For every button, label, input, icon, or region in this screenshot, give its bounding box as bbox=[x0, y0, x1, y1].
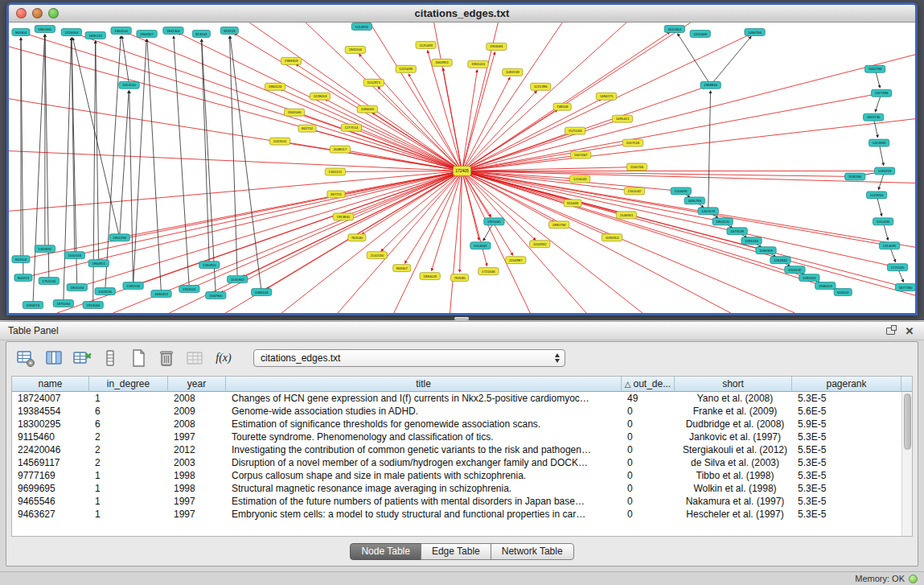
graph-node[interactable]: 2053101 bbox=[269, 138, 290, 145]
graph-node[interactable]: 1956081 bbox=[487, 43, 507, 50]
cell-pagerank[interactable]: 5.9E-5 bbox=[792, 418, 901, 431]
graph-node[interactable]: 1391034 bbox=[741, 237, 762, 245]
cell-out_degree[interactable]: 0 bbox=[622, 431, 675, 443]
graph-edge[interactable] bbox=[462, 171, 838, 290]
cell-out_degree[interactable]: 0 bbox=[622, 456, 675, 469]
cell-pagerank[interactable]: 5.3E-5 bbox=[792, 392, 901, 405]
cell-year[interactable]: 2012 bbox=[168, 443, 226, 456]
graph-node[interactable]: 1895132 bbox=[85, 31, 105, 39]
graph-node[interactable]: 813104 bbox=[192, 30, 210, 37]
graph-edge[interactable] bbox=[462, 171, 916, 247]
cell-name[interactable]: 9465546 bbox=[12, 495, 89, 508]
cell-in_degree[interactable]: 1 bbox=[89, 482, 168, 495]
tab-edge-table[interactable]: Edge Table bbox=[421, 543, 491, 560]
graph-node[interactable]: 1210435 bbox=[873, 218, 893, 225]
graph-node[interactable]: 1875034 bbox=[53, 300, 73, 307]
zoom-window-button[interactable] bbox=[48, 8, 59, 19]
graph-node[interactable]: 1575163 bbox=[565, 127, 585, 134]
cell-year[interactable]: 1997 bbox=[168, 508, 226, 521]
graph-edge[interactable] bbox=[462, 32, 670, 171]
graph-node[interactable]: 1595134 bbox=[123, 282, 143, 290]
cell-out_degree[interactable]: 0 bbox=[622, 405, 675, 418]
cell-title[interactable]: Structural magnetic resonance image aver… bbox=[226, 482, 622, 495]
column-header-in_degree[interactable]: in_degree bbox=[89, 377, 168, 392]
cell-in_degree[interactable]: 6 bbox=[89, 405, 168, 418]
cell-title[interactable]: Corpus callosum shape and size in male p… bbox=[226, 469, 622, 482]
graph-edge[interactable] bbox=[462, 144, 628, 171]
graph-node[interactable]: 2226054 bbox=[61, 28, 81, 35]
graph-node[interactable]: 904213 bbox=[14, 274, 32, 282]
cell-title[interactable]: Disruption of a novel member of a sodium… bbox=[226, 456, 622, 469]
cell-name[interactable]: 19384554 bbox=[12, 405, 89, 418]
graph-node[interactable]: 1225439 bbox=[396, 65, 416, 72]
graph-node[interactable]: 2204987 bbox=[506, 257, 526, 264]
graph-edge[interactable] bbox=[96, 41, 99, 263]
table-row[interactable]: 1938455462009Genome-wide association stu… bbox=[12, 405, 901, 418]
graph-node[interactable]: 1722046 bbox=[478, 268, 499, 275]
graph-edge[interactable] bbox=[147, 39, 162, 294]
create-column-icon[interactable] bbox=[71, 348, 92, 369]
cell-year[interactable]: 2008 bbox=[168, 418, 226, 431]
graph-edge[interactable] bbox=[462, 23, 563, 171]
table-row[interactable]: 946362711997Embryonic stem cells: a mode… bbox=[12, 508, 901, 521]
graph-node[interactable]: 1504132 bbox=[785, 266, 805, 274]
graph-node[interactable]: 1320941 bbox=[35, 245, 55, 253]
graph-node[interactable]: 1951294 bbox=[109, 234, 129, 241]
graph-node[interactable]: 963307 bbox=[393, 265, 411, 272]
cell-title[interactable]: Genome-wide association studies in ADHD. bbox=[226, 405, 622, 418]
graph-node[interactable]: 1755134 bbox=[39, 278, 59, 285]
cell-name[interactable]: 9699695 bbox=[12, 482, 89, 495]
function-builder-button[interactable]: f(x) bbox=[211, 348, 236, 368]
table-row[interactable]: 1872400712008Changes of HCN gene express… bbox=[12, 392, 901, 405]
graph-node[interactable]: 1160746 bbox=[626, 163, 647, 171]
cell-year[interactable]: 2003 bbox=[168, 456, 226, 469]
graph-edge[interactable] bbox=[120, 91, 129, 238]
scrollbar-thumb[interactable] bbox=[904, 393, 911, 450]
graph-node[interactable]: 2048117 bbox=[330, 146, 350, 153]
graph-edge[interactable] bbox=[174, 36, 190, 289]
graph-node[interactable]: 1216043 bbox=[569, 175, 589, 183]
graph-node[interactable]: 924502 bbox=[834, 289, 852, 296]
graph-node[interactable]: 1509134 bbox=[95, 288, 115, 295]
graph-node[interactable]: 1055408 bbox=[690, 30, 710, 37]
network-canvas[interactable]: 1724051512871122543916639511961024109374… bbox=[9, 23, 915, 313]
cell-in_degree[interactable]: 1 bbox=[89, 508, 168, 521]
graph-edge[interactable] bbox=[462, 94, 877, 171]
cell-title[interactable]: Tourette syndrome. Phenomenology and cla… bbox=[226, 431, 622, 443]
graph-node[interactable]: 1677180 bbox=[895, 284, 915, 291]
cell-pagerank[interactable]: 5.3E-5 bbox=[792, 508, 901, 521]
graph-node[interactable]: 842752 bbox=[298, 125, 316, 132]
graph-node[interactable]: 1094309 bbox=[756, 247, 776, 254]
graph-node[interactable]: 1260950 bbox=[199, 262, 220, 269]
column-header-short[interactable]: short bbox=[675, 377, 792, 392]
graph-edge[interactable] bbox=[348, 171, 462, 214]
new-document-icon[interactable] bbox=[127, 348, 149, 369]
graph-edge[interactable] bbox=[129, 91, 133, 286]
graph-edge[interactable] bbox=[462, 171, 885, 245]
network-window-titlebar[interactable]: citations_edges.txt bbox=[9, 5, 915, 23]
cell-in_degree[interactable]: 2 bbox=[89, 431, 168, 443]
graph-node[interactable]: 1905134 bbox=[67, 284, 87, 291]
graph-node[interactable]: 1095914 bbox=[602, 234, 622, 241]
graph-edge[interactable] bbox=[138, 171, 462, 283]
graph-node[interactable]: 2161042 bbox=[624, 187, 644, 195]
graph-node[interactable]: 1265151 bbox=[325, 168, 345, 175]
graph-edge[interactable] bbox=[230, 36, 261, 292]
cell-year[interactable]: 2009 bbox=[168, 405, 226, 418]
minimize-window-button[interactable] bbox=[32, 8, 43, 19]
graph-edge[interactable] bbox=[133, 39, 147, 286]
rows-icon[interactable] bbox=[99, 348, 121, 369]
graph-node[interactable]: 1228053 bbox=[310, 93, 330, 100]
cell-pagerank[interactable]: 5.3E-5 bbox=[792, 469, 901, 482]
graph-node[interactable]: 1464794 bbox=[745, 28, 765, 35]
graph-node[interactable]: 1913845 bbox=[333, 213, 353, 220]
graph-node[interactable]: 1125439 bbox=[416, 41, 436, 48]
graph-node[interactable]: 1822730 bbox=[863, 113, 883, 121]
graph-node[interactable]: 1092441 bbox=[799, 274, 819, 282]
cell-out_degree[interactable]: 0 bbox=[622, 469, 675, 482]
graph-edge[interactable] bbox=[462, 171, 893, 266]
graph-node[interactable]: 1721045 bbox=[887, 264, 907, 271]
graph-node[interactable]: 1484275 bbox=[596, 93, 616, 100]
graph-node[interactable]: 937711 bbox=[327, 191, 345, 198]
show-columns-icon[interactable] bbox=[43, 348, 64, 369]
